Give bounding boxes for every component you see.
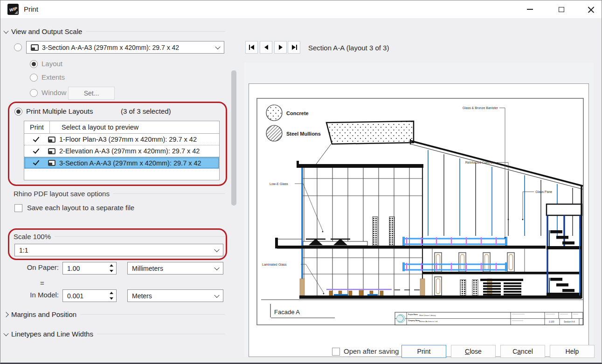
chevron-down-icon: [3, 28, 8, 33]
save-separate-checkbox[interactable]: [14, 204, 22, 212]
banister-label: Glass & Bronze Banister: [463, 106, 498, 110]
layout-table: Print Select a layout to preview 1-Floor…: [24, 121, 220, 180]
on-paper-stepper[interactable]: [107, 263, 116, 274]
next-icon: [278, 44, 284, 50]
project-name-value: Watt Union Library: [419, 314, 436, 316]
margins-title: Margins and Position: [11, 310, 76, 318]
scale-header: Scale 100%: [14, 233, 225, 240]
laminated-glass-label: Laminated Glass: [262, 263, 287, 266]
spin-up-icon: [110, 264, 113, 267]
chevron-right-icon: [3, 312, 8, 317]
last-page-icon: [291, 44, 298, 50]
reinforced-concrete-label: Reinforced Concrete: [465, 161, 495, 164]
last-layout-button[interactable]: [288, 41, 300, 54]
check-icon[interactable]: [33, 147, 40, 153]
preview-panel: Section A-A (layout 3 of 3): [239, 36, 602, 363]
check-icon[interactable]: [33, 158, 40, 165]
section-linetypes[interactable]: Linetypes and Line Widths: [4, 330, 225, 338]
radio-window[interactable]: [30, 89, 38, 97]
maximize-button[interactable]: [551, 0, 572, 18]
maximize-icon: [559, 7, 564, 12]
divider: [55, 236, 225, 237]
multi-layouts-label: Print Multiple Layouts: [26, 107, 93, 115]
open-after-saving-checkbox[interactable]: [332, 348, 340, 356]
on-paper-unit: Millimeters: [132, 265, 163, 272]
section-margins-position[interactable]: Margins and Position: [4, 310, 225, 318]
previous-layout-button[interactable]: [260, 41, 272, 54]
viewport-combo[interactable]: 3-Section A-A-A3 (297mm x 420mm): 29.7 x…: [26, 41, 224, 54]
scale-combo-value: 1:1: [19, 247, 28, 254]
title-bar: WIP Print: [0, 0, 602, 18]
on-paper-value: 1.00: [67, 265, 80, 272]
on-paper-label: On Paper:: [0, 263, 59, 271]
chevron-down-icon: [215, 44, 220, 49]
next-layout-button[interactable]: [274, 41, 287, 54]
scale-combo[interactable]: 1:1: [14, 244, 223, 256]
help-button[interactable]: Help: [550, 345, 595, 358]
chevron-down-icon: [214, 247, 219, 252]
divider: [80, 314, 225, 315]
rhino-wip-icon: WIP: [7, 4, 19, 15]
on-paper-input[interactable]: 1.00: [62, 262, 117, 275]
chevron-down-icon: [214, 292, 219, 297]
cancel-button[interactable]: Cancel: [500, 345, 545, 358]
save-separate-label: Save each layout to a separate file: [27, 204, 134, 212]
chevron-down-icon: [3, 330, 8, 336]
viewport-combo-value: 3-Section A-A-A3 (297mm x 420mm): 29.7 x…: [42, 44, 179, 51]
pdf-options-header: Rhino PDF layout save options: [14, 190, 225, 198]
in-model-unit: Meters: [132, 292, 152, 300]
legend-concrete: Concrete: [286, 110, 309, 116]
concrete-canopy: [326, 121, 414, 144]
radio-extents[interactable]: [30, 74, 38, 82]
table-row-selected[interactable]: 3-Section A-A-A3 (297mm x 420mm): 29.7 x…: [24, 157, 219, 169]
chevron-down-icon: [214, 265, 219, 270]
scrollbar-thumb[interactable]: [231, 70, 236, 206]
in-model-unit-combo[interactable]: Meters: [127, 289, 223, 302]
layout-icon: [48, 148, 55, 154]
in-model-input[interactable]: 0.001: [62, 289, 117, 302]
sheet-scale-value: 1:100: [549, 321, 554, 323]
layout-table-header: Print Select a layout to preview: [24, 121, 219, 134]
preview-viewport: Concrete Steel Mullions: [244, 62, 594, 357]
title-block: Project Name Watt Union Library Company …: [395, 312, 583, 325]
check-icon[interactable]: [33, 135, 40, 142]
set-window-button[interactable]: Set...: [68, 87, 115, 100]
radio-single-viewport[interactable]: [14, 43, 22, 51]
radio-window-label: Window: [42, 89, 66, 96]
linetypes-title: Linetypes and Line Widths: [11, 330, 93, 338]
print-dialog: WIP Print View and Output Scale 3-Sectio…: [0, 0, 602, 364]
section-view-output-scale[interactable]: View and Output Scale: [4, 27, 225, 35]
divider: [86, 31, 225, 32]
layout-row-label: 2-Elevation A-A3 (297mm x 420mm): 29.7 x…: [59, 147, 200, 155]
multi-layouts-count: (3 of 3 selected): [121, 107, 171, 115]
window-title: Print: [24, 5, 38, 13]
divider: [113, 193, 225, 194]
minimize-button[interactable]: [519, 0, 540, 18]
first-layout-button[interactable]: [245, 41, 258, 54]
layout-icon: [48, 160, 55, 166]
print-button[interactable]: Print: [401, 345, 446, 358]
steel-mullions-swatch-icon: [266, 125, 282, 141]
low-e-glass-label: Low-E Glass: [270, 182, 288, 185]
radio-extents-label: Extents: [42, 73, 65, 81]
table-row[interactable]: 1-Floor Plan-A3 (297mm x 420mm): 29.7 x …: [24, 134, 219, 145]
project-name-label: Project Name: [408, 314, 418, 316]
previous-icon: [263, 44, 269, 50]
table-row[interactable]: 2-Elevation A-A3 (297mm x 420mm): 29.7 x…: [24, 145, 219, 157]
close-button[interactable]: [580, 0, 602, 18]
first-page-icon: [249, 44, 255, 50]
preview-caption: Section A-A (layout 3 of 3): [308, 44, 389, 52]
dialog-body: View and Output Scale 3-Section A-A-A3 (…: [0, 18, 602, 363]
close-dialog-button[interactable]: Close: [451, 345, 496, 358]
company-name-value: Bolten Architects Ltd: [419, 320, 438, 323]
layout-icon: [48, 137, 55, 143]
section-drawing: Concrete Steel Mullions: [256, 98, 584, 325]
radio-print-multiple-layouts[interactable]: [14, 108, 22, 116]
legend-steel-mullions: Steel Mullions: [286, 131, 321, 137]
radio-layout-label: Layout: [42, 60, 62, 68]
on-paper-unit-combo[interactable]: Millimeters: [127, 262, 223, 275]
pdf-options-title: Rhino PDF layout save options: [14, 190, 110, 198]
open-after-saving-label: Open after saving: [344, 347, 399, 355]
radio-layout[interactable]: [30, 60, 38, 68]
in-model-stepper[interactable]: [107, 290, 116, 301]
